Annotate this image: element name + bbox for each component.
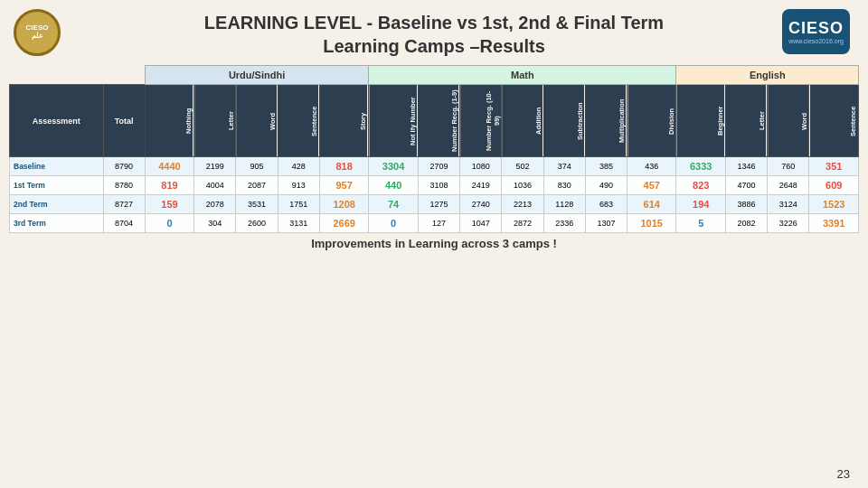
col-numrecg-1-9: Number Recg. (1-9) <box>418 85 459 157</box>
col-sentence-u: Sentence <box>278 85 319 157</box>
english-section-header: English <box>676 66 859 85</box>
col-division: Division <box>627 85 676 157</box>
table-row: 1st Term87808194004208791395744031082419… <box>10 176 859 195</box>
col-sentence-e: Sentence <box>809 85 859 157</box>
col-story: Story <box>319 85 368 157</box>
col-beginner: Beginner <box>676 85 725 157</box>
col-notify-number: Not Ify Number <box>369 85 418 157</box>
col-letter-e: Letter <box>725 85 767 157</box>
col-word-e: Word <box>768 85 809 157</box>
col-word-u: Word <box>236 85 278 157</box>
page-number: 23 <box>837 467 850 481</box>
col-addition: Addition <box>502 85 543 157</box>
col-assessment: Assessment <box>10 85 104 157</box>
urdu-section-header: Urdu/Sindhi <box>145 66 369 85</box>
col-total: Total <box>103 85 145 157</box>
section-header-row: Urdu/Sindhi Math English <box>10 66 859 85</box>
table-row: 3rd Term87040304260031312669012710472872… <box>10 214 859 233</box>
col-numrecg-10-99: Number Recg. (10-99) <box>460 85 502 157</box>
logo-left: CIESOعلم <box>14 9 63 59</box>
col-nothing: Nothing <box>145 85 193 157</box>
col-subtraction: Subtraction <box>543 85 585 157</box>
page-title: LEARNING LEVEL - Baseline vs 1st, 2nd & … <box>0 0 868 65</box>
column-header-row: Assessment Total Nothing Letter Word Sen… <box>10 85 859 157</box>
data-table: Urdu/Sindhi Math English Assessment Tota… <box>9 65 859 233</box>
table-row: Baseline87904440219990542881833042709108… <box>10 157 859 176</box>
math-section-header: Math <box>369 66 676 85</box>
col-letter-u: Letter <box>194 85 236 157</box>
cieso-logo-text: CIESO <box>788 19 844 38</box>
logo-right: CIESO www.cieso2016.org <box>782 9 854 59</box>
cieso-url: www.cieso2016.org <box>788 38 844 44</box>
col-multiplication: Multiplication <box>585 85 627 157</box>
table-row: 2nd Term87271592078353117511208741275274… <box>10 195 859 214</box>
footer-text: Improvements in Learning across 3 camps … <box>0 237 868 250</box>
